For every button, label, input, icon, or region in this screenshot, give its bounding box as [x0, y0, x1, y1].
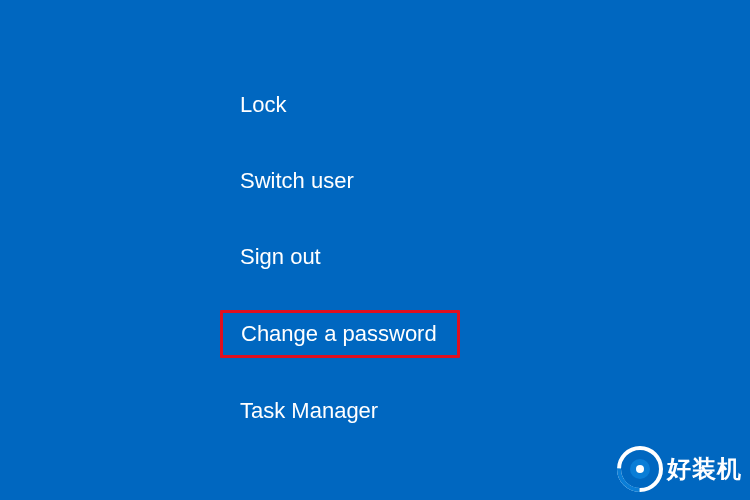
change-password-option[interactable]: Change a password [220, 310, 460, 358]
watermark-logo-icon [617, 446, 663, 492]
security-options-menu: Lock Switch user Sign out Change a passw… [220, 82, 460, 464]
lock-option[interactable]: Lock [220, 82, 460, 128]
watermark: 好装机 [617, 446, 742, 492]
task-manager-option[interactable]: Task Manager [220, 388, 460, 434]
switch-user-option[interactable]: Switch user [220, 158, 460, 204]
watermark-text: 好装机 [667, 453, 742, 485]
sign-out-option[interactable]: Sign out [220, 234, 460, 280]
svg-point-3 [636, 465, 644, 473]
